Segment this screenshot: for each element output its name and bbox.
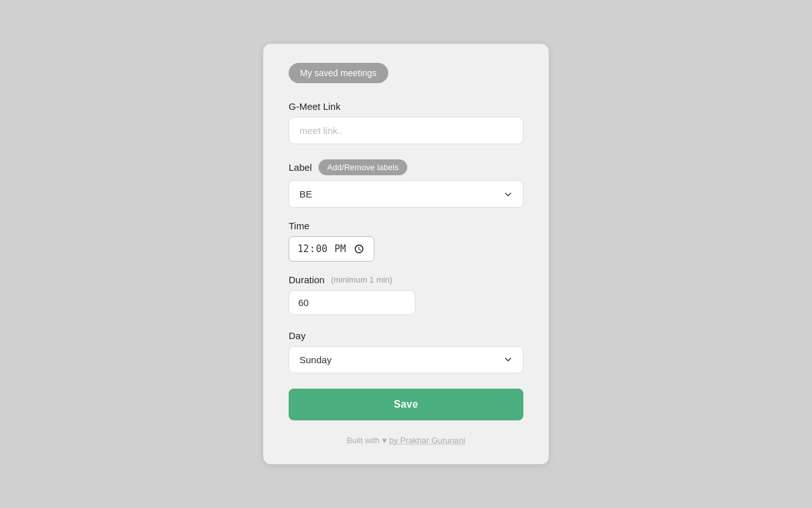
heart-icon: ♥: [382, 436, 389, 445]
add-remove-labels-button[interactable]: Add/Remove labels: [318, 159, 408, 175]
label-section: Label Add/Remove labels BE FE Design Oth…: [289, 159, 523, 208]
gmeet-link-label: G-Meet Link: [289, 101, 523, 112]
gmeet-link-section: G-Meet Link: [289, 101, 523, 157]
time-section: Time: [289, 220, 523, 262]
label-select[interactable]: BE FE Design Other: [289, 180, 523, 208]
duration-section: Duration (minimum 1 min): [289, 274, 523, 328]
day-select[interactable]: Sunday Monday Tuesday Wednesday Thursday…: [289, 346, 523, 373]
main-card: My saved meetings G-Meet Link Label Add/…: [263, 44, 549, 464]
day-label: Day: [289, 330, 523, 341]
footer-built-with: Built with: [347, 436, 380, 445]
label-field-label: Label: [289, 162, 312, 173]
label-row: Label Add/Remove labels: [289, 159, 523, 175]
day-section: Day Sunday Monday Tuesday Wednesday Thur…: [289, 330, 523, 386]
time-input[interactable]: [289, 236, 374, 262]
duration-label: Duration (minimum 1 min): [289, 274, 523, 285]
time-label: Time: [289, 220, 523, 231]
footer-by-text: by Prakhar Gurunani: [390, 436, 466, 445]
gmeet-link-input[interactable]: [289, 117, 523, 144]
save-button[interactable]: Save: [289, 389, 523, 420]
duration-input[interactable]: [289, 290, 416, 315]
footer: Built with ♥ by Prakhar Gurunani: [289, 436, 523, 445]
duration-hint: (minimum 1 min): [331, 275, 393, 284]
saved-meetings-button[interactable]: My saved meetings: [289, 63, 388, 83]
